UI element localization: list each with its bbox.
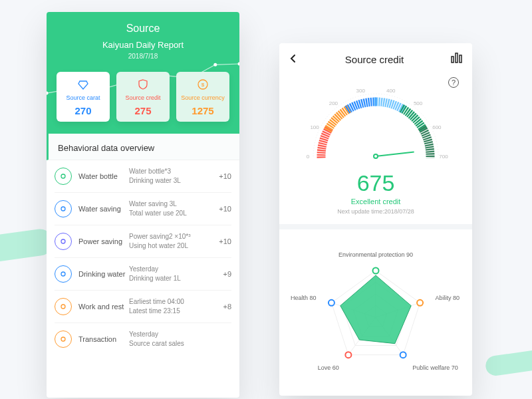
card-value: 1275 [192,105,213,116]
row-delta: +8 [223,303,231,311]
daily-report-screen: Source Kaiyuan Daily Report 2018/7/18 So… [47,12,239,398]
credit-score: 675 [290,170,462,196]
svg-text:Health 80: Health 80 [291,295,317,301]
svg-point-8 [238,63,240,66]
row-name: Power saving [78,237,129,245]
svg-text:300: 300 [356,88,366,94]
row-name: Water saving [78,205,129,213]
card-value: 270 [74,105,91,116]
svg-text:Environmental protection 90: Environmental protection 90 [338,251,413,258]
card-label: Source currency [181,94,225,101]
svg-text:200: 200 [329,100,338,106]
list-item[interactable]: Drinking water YesterdayDrinking water 1… [55,258,231,291]
row-desc: Water saving 3LTotal water use 20L [129,200,219,218]
radar-chart: Environmental protection 90Ability 80Pub… [290,237,462,384]
svg-point-43 [417,300,423,306]
row-name: Water bottle [78,172,129,180]
next-update-text: Next update time:2018/07/28 [290,208,462,215]
svg-text:Ability 80: Ability 80 [435,295,460,301]
row-desc: Earliest time 04:00Latest time 23:15 [129,297,223,316]
app-title: Source [53,23,233,35]
divider [279,224,472,229]
row-desc: YesterdaySource carat sales [129,330,231,348]
section-title: Behavioral data overview [47,134,239,160]
summary-card-shield[interactable]: Source credit 275 [116,72,170,122]
summary-card-coin[interactable]: $ Source currency 1275 [176,72,229,122]
report-date: 2018/7/18 [53,53,233,60]
top-bar: Source credit [279,43,472,73]
row-delta: +10 [219,205,231,213]
hero-header: Source Kaiyuan Daily Report 2018/7/18 So… [47,12,239,134]
list-item[interactable]: Work and rest Earliest time 04:00Latest … [55,291,231,323]
list-item[interactable]: Transaction YesterdaySource carat sales [55,323,231,355]
svg-text:700: 700 [439,154,448,160]
svg-point-45 [400,352,406,358]
report-title: Kaiyuan Daily Report [53,40,233,50]
row-name: Transaction [78,335,129,343]
row-name: Work and rest [78,303,129,311]
svg-text:Public welfare 70: Public welfare 70 [412,364,458,371]
row-icon [55,265,72,283]
row-icon [55,233,72,250]
shield-icon [137,78,149,90]
row-desc: Water bottle*3Drinking water 3L [129,167,219,186]
svg-text:600: 600 [432,124,442,130]
screen-title: Source credit [345,54,404,65]
diamond-icon [77,78,89,90]
svg-point-16 [61,337,65,341]
row-icon [55,331,72,348]
row-icon [55,200,72,217]
summary-card-diamond[interactable]: Source carat 270 [57,72,110,122]
svg-point-30 [374,155,377,158]
row-delta: +10 [219,172,231,180]
row-icon [55,298,72,315]
back-button[interactable] [289,53,298,66]
svg-point-49 [329,300,334,306]
row-icon [55,168,72,185]
svg-point-11 [61,174,65,178]
card-label: Source credit [125,94,160,101]
radar-section: Environmental protection 90Ability 80Pub… [279,229,472,392]
svg-point-41 [373,268,379,274]
svg-text:$: $ [201,82,205,88]
row-desc: YesterdayDrinking water 1L [129,265,223,283]
behavior-list: Water bottle Water bottle*3Drinking wate… [47,160,239,355]
svg-text:Love 60: Love 60 [318,364,339,371]
svg-point-13 [61,239,65,243]
svg-point-0 [47,92,49,95]
credit-gauge: 0100200300400500600700 [303,80,449,166]
svg-text:100: 100 [310,124,319,130]
stats-icon[interactable] [451,53,463,66]
list-item[interactable]: Water bottle Water bottle*3Drinking wate… [55,160,231,193]
svg-text:400: 400 [386,88,396,94]
source-credit-screen: Source credit ? 0100200300400500600700 6… [279,43,472,396]
svg-point-14 [61,272,65,276]
coin-icon: $ [197,78,209,90]
list-item[interactable]: Power saving Power saving2 ×10*³Using ho… [55,225,231,258]
card-label: Source carat [66,94,100,101]
list-item[interactable]: Water saving Water saving 3LTotal water … [55,193,231,225]
card-value: 275 [134,105,151,116]
credit-score-label: Excellent credit [290,198,462,205]
row-delta: +10 [219,237,231,245]
svg-rect-19 [460,55,462,63]
row-name: Drinking water [78,270,129,278]
svg-line-28 [376,152,414,156]
gauge-section: ? 0100200300400500600700 675 Excellent c… [279,73,472,224]
svg-text:0: 0 [307,154,310,160]
svg-rect-18 [456,53,458,63]
svg-text:500: 500 [414,100,423,106]
row-delta: +9 [223,270,231,278]
row-desc: Power saving2 ×10*³Using hot water 20L [129,232,219,251]
svg-point-7 [213,63,217,66]
svg-point-15 [61,305,65,309]
svg-point-47 [345,352,351,358]
svg-point-12 [61,207,65,211]
svg-rect-17 [452,57,454,63]
help-icon[interactable]: ? [448,77,459,88]
